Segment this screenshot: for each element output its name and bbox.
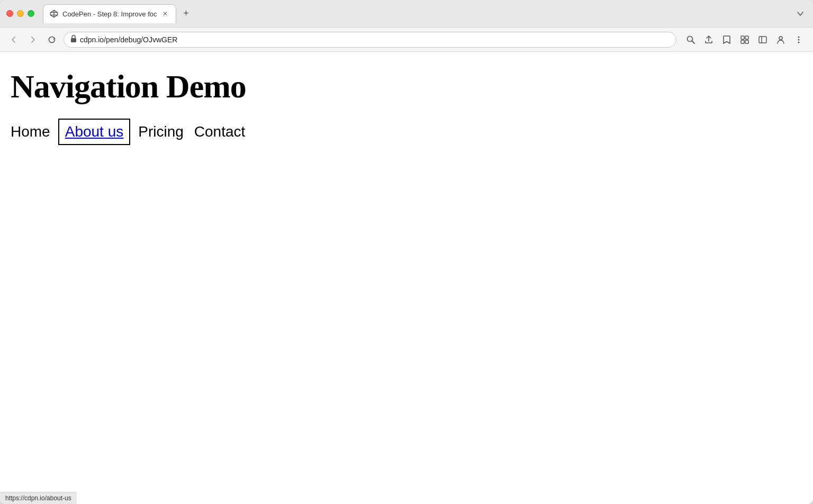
svg-rect-4 <box>71 38 76 42</box>
svg-point-13 <box>779 37 782 40</box>
nav-link-home[interactable]: Home <box>11 123 50 140</box>
svg-point-15 <box>798 39 800 40</box>
nav-item-home: Home <box>11 123 50 140</box>
nav-item-pricing: Pricing <box>138 123 184 140</box>
tab-list-button[interactable] <box>794 7 807 20</box>
reload-button[interactable] <box>44 32 59 47</box>
nav-link-about[interactable]: About us <box>61 121 128 142</box>
nav-list: Home About us Pricing Contact <box>11 121 802 142</box>
close-traffic-light[interactable] <box>6 10 13 17</box>
tab-title-text: CodePen - Step 8: Improve foc <box>62 10 157 18</box>
svg-rect-10 <box>745 40 748 43</box>
browser-window: CodePen - Step 8: Improve foc ✕ + <box>0 0 813 504</box>
back-button[interactable] <box>6 32 21 47</box>
codepen-tab-icon <box>50 10 58 18</box>
tab-bar: CodePen - Step 8: Improve foc ✕ + <box>43 4 807 23</box>
minimize-traffic-light[interactable] <box>17 10 24 17</box>
more-options-icon[interactable] <box>791 32 807 48</box>
lock-icon <box>70 35 77 44</box>
maximize-traffic-light[interactable] <box>28 10 34 17</box>
svg-point-14 <box>798 36 800 38</box>
page-title: Navigation Demo <box>11 68 802 105</box>
svg-point-16 <box>798 41 800 43</box>
new-tab-button[interactable]: + <box>178 6 193 21</box>
tab-bar-right <box>794 7 807 20</box>
title-bar: CodePen - Step 8: Improve foc ✕ + <box>0 0 813 28</box>
address-bar: cdpn.io/pen/debug/OJvwGER <box>0 28 813 52</box>
main-navigation: Home About us Pricing Contact <box>11 121 802 142</box>
sidebar-toggle-icon[interactable] <box>755 32 771 48</box>
share-icon[interactable] <box>701 32 717 48</box>
page-content: Navigation Demo Home About us Pricing Co… <box>0 52 813 504</box>
nav-item-contact: Contact <box>194 123 246 140</box>
extensions-icon[interactable] <box>737 32 753 48</box>
url-bar[interactable]: cdpn.io/pen/debug/OJvwGER <box>64 32 676 48</box>
svg-rect-9 <box>741 40 744 43</box>
toolbar-icons <box>683 32 807 48</box>
forward-button[interactable] <box>25 32 40 47</box>
nav-item-about: About us <box>61 121 128 142</box>
svg-rect-8 <box>745 36 748 39</box>
nav-link-contact[interactable]: Contact <box>194 123 246 140</box>
svg-rect-7 <box>741 36 744 39</box>
status-bar: https://cdpn.io/about-us <box>0 492 77 504</box>
profile-icon[interactable] <box>773 32 789 48</box>
svg-rect-11 <box>759 37 766 43</box>
active-tab[interactable]: CodePen - Step 8: Improve foc ✕ <box>43 4 176 23</box>
url-text: cdpn.io/pen/debug/OJvwGER <box>80 35 177 44</box>
status-bar-url: https://cdpn.io/about-us <box>5 494 71 502</box>
tab-close-button[interactable]: ✕ <box>161 10 169 18</box>
nav-link-pricing[interactable]: Pricing <box>138 123 184 140</box>
bookmark-icon[interactable] <box>719 32 735 48</box>
traffic-lights <box>6 10 34 17</box>
svg-line-6 <box>692 41 695 43</box>
search-icon[interactable] <box>683 32 699 48</box>
